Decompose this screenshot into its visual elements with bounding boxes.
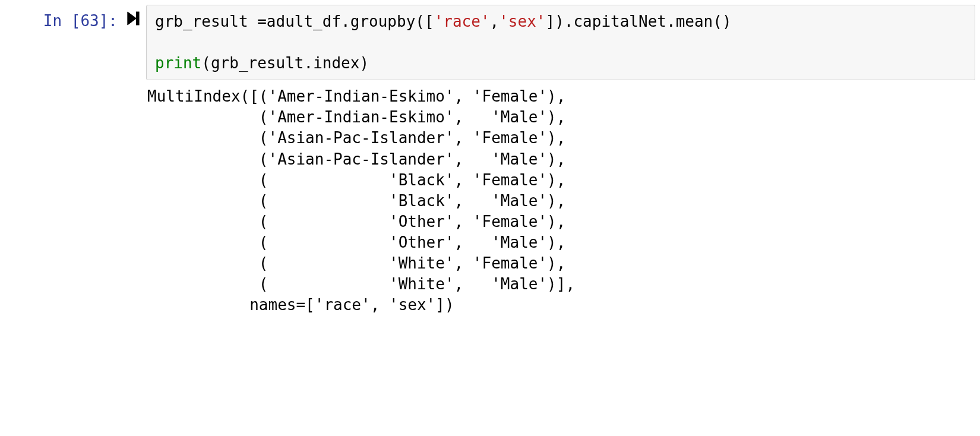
output-row: MultiIndex([('Amer-Indian-Eskimo', 'Fema… <box>5 83 975 315</box>
run-cell-button[interactable] <box>121 5 146 31</box>
svg-marker-0 <box>128 12 137 25</box>
output-spacer <box>5 83 139 315</box>
svg-rect-1 <box>137 12 140 25</box>
code-token: . <box>304 54 313 72</box>
prompt-prefix: In [ <box>43 12 81 30</box>
run-icon <box>127 11 140 26</box>
code-token: = <box>257 12 267 30</box>
code-token: groupby <box>350 12 416 30</box>
prompt-suffix: ]: <box>99 12 118 30</box>
code-token-builtin: print <box>155 54 201 72</box>
code-token: ( <box>201 54 211 72</box>
code-cell: In [63]: grb_result =adult_df.groupby(['… <box>5 5 975 80</box>
code-token: grb_result <box>211 54 304 72</box>
code-token: adult_df <box>267 12 341 30</box>
code-token-string: 'race' <box>434 12 490 30</box>
code-token: index <box>313 54 359 72</box>
code-token: . <box>564 12 574 30</box>
stdout-output: MultiIndex([('Amer-Indian-Eskimo', 'Fema… <box>139 83 975 315</box>
code-token: grb_result <box>155 12 257 30</box>
code-token: capitalNet <box>573 12 666 30</box>
code-token: , <box>490 12 500 30</box>
code-token-string: 'sex' <box>499 12 545 30</box>
code-token: () <box>713 12 731 30</box>
code-token: ([ <box>415 12 434 30</box>
code-token: . <box>666 12 676 30</box>
prompt-exec-count: 63 <box>80 12 99 30</box>
input-prompt: In [63]: <box>5 5 121 31</box>
code-input-area[interactable]: grb_result =adult_df.groupby(['race','se… <box>146 5 975 80</box>
code-token: ]) <box>545 12 564 30</box>
code-token: ) <box>359 54 369 72</box>
code-token: . <box>341 12 350 30</box>
code-token: mean <box>676 12 713 30</box>
